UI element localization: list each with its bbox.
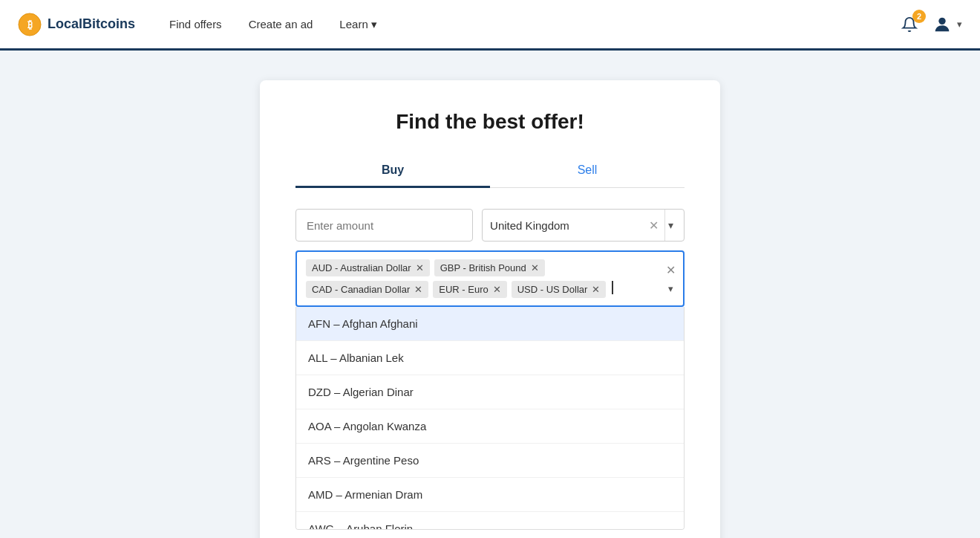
remove-aud-button[interactable]: ✕ (416, 263, 424, 273)
chevron-down-icon: ▾ (371, 18, 377, 31)
nav-links: Find offers Create an ad Learn ▾ (159, 12, 899, 37)
cursor-indicator (612, 281, 613, 294)
multiselect-chevron-icon[interactable]: ▾ (661, 280, 681, 297)
user-menu-button[interactable]: ▾ (932, 14, 962, 35)
remove-cad-button[interactable]: ✕ (414, 285, 422, 294)
dropdown-item-aoa[interactable]: AOA – Angolan Kwanza (296, 409, 684, 444)
buy-sell-tabs: Buy Sell (295, 155, 685, 188)
dropdown-item-awg[interactable]: AWG – Aruban Florin (296, 512, 684, 530)
amount-location-row: United Kingdom ✕ ▾ (295, 209, 685, 242)
main-content: Find the best offer! Buy Sell United Kin… (0, 51, 980, 538)
brand-logo[interactable]: ₿ LocalBitcoins (18, 13, 135, 36)
currency-tag-cad: CAD - Canadian Dollar ✕ (306, 281, 428, 298)
dropdown-item-amd[interactable]: AMD – Armenian Dram (296, 478, 684, 512)
search-card: Find the best offer! Buy Sell United Kin… (260, 80, 720, 538)
amount-input[interactable] (295, 209, 473, 242)
dropdown-item-ars[interactable]: ARS – Argentine Peso (296, 444, 684, 478)
dropdown-item-dzd[interactable]: DZD – Algerian Dinar (296, 375, 684, 409)
svg-text:₿: ₿ (27, 19, 33, 30)
navbar: ₿ LocalBitcoins Find offers Create an ad… (0, 0, 980, 51)
card-title: Find the best offer! (295, 110, 685, 134)
notification-button[interactable]: 2 (899, 14, 920, 35)
currency-tag-eur: EUR - Euro ✕ (433, 281, 506, 298)
learn-link[interactable]: Learn ▾ (329, 12, 387, 37)
remove-gbp-button[interactable]: ✕ (531, 263, 539, 273)
location-value: United Kingdom (490, 219, 646, 232)
location-chevron-icon[interactable]: ▾ (664, 210, 676, 241)
currency-tag-usd: USD - US Dollar ✕ (512, 281, 607, 298)
remove-usd-button[interactable]: ✕ (592, 285, 600, 294)
multiselect-actions: ✕ ▾ (659, 252, 683, 305)
navbar-right: 2 ▾ (899, 14, 962, 35)
find-offers-link[interactable]: Find offers (159, 12, 232, 36)
multiselect-clear-button[interactable]: ✕ (659, 260, 683, 280)
brand-icon: ₿ (18, 13, 42, 36)
notification-badge: 2 (912, 10, 926, 23)
location-select[interactable]: United Kingdom ✕ ▾ (482, 209, 685, 242)
dropdown-item-afn[interactable]: AFN – Afghan Afghani (296, 307, 684, 341)
user-icon (932, 14, 953, 35)
svg-point-2 (938, 17, 945, 24)
tab-buy[interactable]: Buy (295, 155, 490, 188)
currency-dropdown[interactable]: AFN – Afghan AfghaniALL – Albanian LekDZ… (295, 307, 685, 530)
tab-sell[interactable]: Sell (490, 155, 685, 188)
user-chevron-icon: ▾ (957, 19, 962, 30)
create-ad-link[interactable]: Create an ad (238, 12, 324, 36)
dropdown-item-all[interactable]: ALL – Albanian Lek (296, 341, 684, 375)
currency-tag-aud: AUD - Australian Dollar ✕ (306, 259, 430, 276)
brand-name: LocalBitcoins (48, 16, 135, 32)
remove-eur-button[interactable]: ✕ (493, 285, 501, 294)
currency-multiselect[interactable]: AUD - Australian Dollar ✕ GBP - British … (295, 250, 685, 307)
currency-tag-gbp: GBP - British Pound ✕ (434, 259, 545, 276)
location-clear-button[interactable]: ✕ (646, 218, 662, 233)
